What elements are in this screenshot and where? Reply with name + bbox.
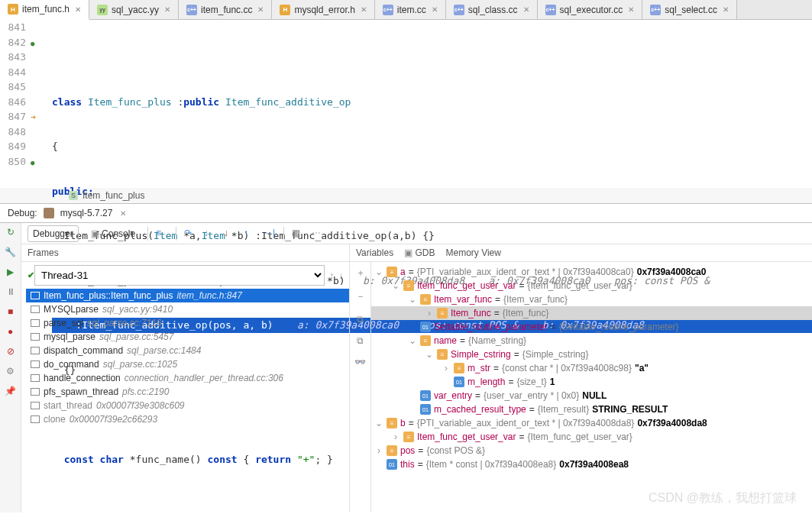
var-row[interactable]: ›≡Item_func = {Item_func} — [371, 306, 812, 320]
step-into-icon[interactable]: ↓ — [204, 228, 216, 240]
close-icon[interactable]: ✕ — [628, 5, 634, 14]
var-row[interactable]: ›≡m_str = {const char * | 0x7f39a4008c98… — [371, 361, 812, 375]
expand-icon[interactable]: ⌄ — [408, 335, 417, 346]
expand-icon[interactable]: ⌄ — [391, 280, 400, 291]
tab-item-cc[interactable]: c++item.cc✕ — [375, 0, 446, 19]
frame-location: sql_parse.cc:1484 — [127, 345, 201, 356]
tab-item-func-h[interactable]: Hitem_func.h✕ — [0, 0, 89, 20]
pause-button[interactable]: ⏸ — [5, 286, 17, 298]
glasses-icon[interactable]: 👓 — [354, 357, 366, 367]
frame-up-icon[interactable]: ↑ — [329, 270, 334, 281]
link-icon[interactable]: ⧉ — [357, 335, 364, 346]
tab-sql-select-cc[interactable]: c++sql_select.cc✕ — [642, 0, 737, 19]
var-row[interactable]: ⌄≡a = {PTI_variable_aux_ident_or_text * … — [371, 265, 812, 279]
variables-tree[interactable]: ⌄≡a = {PTI_variable_aux_ident_or_text * … — [371, 262, 812, 512]
evaluate-icon[interactable]: ▦ — [292, 228, 304, 240]
thread-selector[interactable]: ✔ Thread-31 ↑ ↓ — [27, 265, 343, 286]
frame-item[interactable]: MYSQLparse sql_yacc.yy:9410 — [26, 302, 349, 316]
var-type-icon: ≡ — [420, 335, 431, 346]
expand-icon[interactable]: › — [374, 445, 383, 456]
var-row[interactable]: 01Settable_routine_parameter = {Settable… — [371, 320, 812, 334]
frame-name: pfs_spawn_thread — [44, 386, 118, 397]
settings-button[interactable]: 🔧 — [5, 246, 17, 258]
expand-icon[interactable]: ⌄ — [374, 267, 383, 277]
frame-item[interactable]: parse_sql sql_parse.cc:7116 — [26, 316, 349, 330]
frame-icon — [31, 360, 40, 368]
show-exec-point-icon[interactable]: ≡ — [156, 228, 168, 240]
memory-view-tab[interactable]: Memory View — [446, 247, 501, 258]
var-type: {Item_func_get_user_var} — [527, 432, 632, 442]
expand-icon[interactable]: › — [442, 363, 451, 373]
frame-item[interactable]: do_command sql_parse.cc:1025 — [26, 357, 349, 371]
close-icon[interactable]: ✕ — [723, 5, 729, 14]
var-row[interactable]: ›≡Item_func_get_user_var = {Item_func_ge… — [371, 430, 812, 444]
expand-icon[interactable]: ⌄ — [425, 349, 434, 360]
expand-icon[interactable]: › — [391, 432, 400, 442]
gear-icon[interactable]: ⚙ — [5, 365, 17, 377]
frame-item[interactable]: clone 0x00007f39e2c66293 — [26, 412, 349, 426]
variables-tab[interactable]: Variables — [356, 247, 393, 258]
frame-location: sql_parse.cc:7116 — [87, 318, 161, 328]
close-icon[interactable]: ✕ — [120, 209, 126, 218]
force-step-into-icon[interactable]: ↓ — [224, 228, 236, 240]
frame-item[interactable]: mysql_parse sql_parse.cc:5457 — [26, 330, 349, 344]
var-type: {user_var_entry * | 0x0} — [484, 390, 579, 401]
tab-sql-class-cc[interactable]: c++sql_class.cc✕ — [446, 0, 538, 19]
resume-button[interactable]: ▶ — [5, 266, 17, 278]
frame-icon — [31, 305, 40, 313]
close-icon[interactable]: ✕ — [432, 5, 438, 14]
remove-watch-icon[interactable]: － — [356, 290, 365, 303]
view-breakpoints-button[interactable]: ● — [5, 325, 17, 338]
tab-mysqld-error-h[interactable]: Hmysqld_error.h✕ — [272, 0, 374, 19]
run-to-cursor-icon[interactable]: →| — [264, 228, 276, 240]
rerun-button[interactable]: ↻ — [5, 226, 17, 238]
code-area[interactable]: class Item_func_plus :public Item_func_a… — [52, 20, 812, 188]
frame-icon — [31, 388, 40, 396]
frame-item[interactable]: Item_func_plus::Item_func_plus item_func… — [26, 289, 349, 302]
tab-console[interactable]: ▣ Console — [86, 226, 140, 241]
var-row[interactable]: ⌄≡Item_var_func = {Item_var_func} — [371, 293, 812, 306]
stop-button[interactable]: ■ — [5, 305, 17, 318]
close-icon[interactable]: ✕ — [361, 5, 367, 14]
thread-dropdown[interactable]: Thread-31 — [34, 265, 325, 286]
more-icon[interactable]: ⋯ — [312, 228, 324, 240]
var-row[interactable]: 01var_entry = {user_var_entry * | 0x0} N… — [371, 389, 812, 402]
frame-item[interactable]: start_thread 0x00007f39e308c609 — [26, 399, 349, 412]
var-type-icon: 01 — [454, 377, 464, 387]
close-icon[interactable]: ✕ — [257, 5, 264, 14]
close-icon[interactable]: ✕ — [523, 5, 529, 14]
var-row[interactable]: ⌄≡b = {PTI_variable_aux_ident_or_text * … — [371, 416, 812, 430]
frame-location: connection_handler_per_thread.cc:306 — [125, 373, 283, 383]
expand-icon[interactable]: ⌄ — [374, 418, 383, 428]
close-icon[interactable]: ✕ — [75, 5, 81, 14]
frame-list[interactable]: Item_func_plus::Item_func_plus item_func… — [21, 289, 349, 512]
step-over-icon[interactable]: ↷ — [184, 228, 196, 240]
var-row[interactable]: ⌄≡name = {Name_string} — [371, 334, 812, 348]
mute-breakpoints-button[interactable]: ⊘ — [5, 345, 17, 357]
close-icon[interactable]: ✕ — [164, 5, 170, 14]
expand-icon[interactable]: › — [425, 308, 434, 318]
tab-sql-yacc-yy[interactable]: yysql_yacc.yy✕ — [89, 0, 179, 19]
var-row[interactable]: ⌄≡Item_func_get_user_var = {Item_func_ge… — [371, 279, 812, 293]
var-name: this — [400, 459, 415, 470]
debug-panel: ↻ 🔧 ▶ ⏸ ■ ● ⊘ ⚙ 📌 Debugger ▣ Console ≡ ↷… — [0, 223, 812, 512]
tab-sql-executor-cc[interactable]: c++sql_executor.cc✕ — [538, 0, 643, 19]
tab-item-func-cc[interactable]: c++item_func.cc✕ — [179, 0, 272, 19]
var-row[interactable]: 01m_length = {size_t} 1 — [371, 375, 812, 389]
debug-config-name[interactable]: mysql-5.7.27 — [60, 208, 113, 218]
copy-icon[interactable]: ⧉ — [357, 314, 364, 325]
tab-debugger[interactable]: Debugger — [27, 225, 79, 242]
gdb-tab[interactable]: ▣ GDB — [404, 247, 435, 258]
var-row[interactable]: ⌄≡Simple_cstring = {Simple_cstring} — [371, 348, 812, 361]
var-row[interactable]: 01this = {Item * const | 0x7f39a4008ea8}… — [371, 457, 812, 471]
var-row[interactable]: ›≡pos = {const POS &} — [371, 444, 812, 457]
frame-item[interactable]: pfs_spawn_thread pfs.cc:2190 — [26, 385, 349, 399]
frame-item[interactable]: handle_connection connection_handler_per… — [26, 371, 349, 385]
add-watch-icon[interactable]: ＋ — [356, 267, 365, 280]
step-out-icon[interactable]: ↑ — [244, 228, 256, 240]
var-row[interactable]: 01m_cached_result_type = {Item_result} S… — [371, 402, 812, 416]
pin-icon[interactable]: 📌 — [5, 385, 17, 397]
frame-item[interactable]: dispatch_command sql_parse.cc:1484 — [26, 344, 349, 357]
expand-icon[interactable]: ⌄ — [408, 294, 417, 305]
frame-down-icon[interactable]: ↓ — [338, 270, 343, 281]
